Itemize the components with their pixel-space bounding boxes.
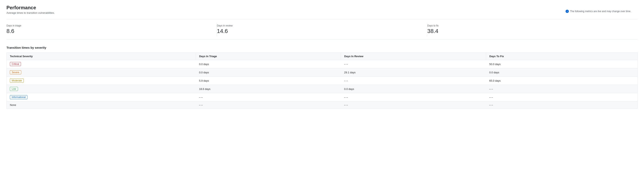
cell-severity-2: Moderate <box>7 77 196 85</box>
col-header-review: Days In Review <box>341 53 486 60</box>
cell-review-1: 29.1 days <box>341 68 486 77</box>
info-text: The following metrics are live and may c… <box>570 10 631 13</box>
severity-badge-1: Severe <box>10 70 21 74</box>
cell-severity-1: Severe <box>7 68 196 77</box>
table-row: Severe0.0 days29.1 days0.0 days <box>7 68 638 77</box>
table-row: None– –– –– – <box>7 101 638 109</box>
cell-triage-4: – – <box>196 93 341 101</box>
severity-badge-4: Informational <box>10 95 28 99</box>
cell-review-5: – – <box>341 101 486 109</box>
metric-item-0: Days in triage 8.6 <box>6 23 217 36</box>
metric-item-1: Days in review 14.6 <box>217 23 428 36</box>
cell-fix-0: 50.0 days <box>486 60 638 68</box>
metric-label-2: Days to fix <box>427 24 633 27</box>
cell-triage-2: 5.9 days <box>196 77 341 85</box>
cell-triage-1: 0.0 days <box>196 68 341 77</box>
cell-fix-3: – – <box>486 85 638 93</box>
table-row: Low18.6 days0.0 days– – <box>7 85 638 93</box>
cell-review-0: – – <box>341 60 486 68</box>
cell-fix-5: – – <box>486 101 638 109</box>
metric-label-0: Days in triage <box>6 24 212 27</box>
metrics-row: Days in triage 8.6 Days in review 14.6 D… <box>6 19 638 39</box>
table-row: Informational– –– –– – <box>7 93 638 101</box>
cell-triage-3: 18.6 days <box>196 85 341 93</box>
info-icon: i <box>566 10 569 13</box>
table-header: Technical Severity Days In Triage Days I… <box>7 53 638 60</box>
transition-table: Technical Severity Days In Triage Days I… <box>6 53 638 109</box>
info-banner: i The following metrics are live and may… <box>566 10 631 13</box>
cell-severity-0: Critical <box>7 60 196 68</box>
metric-value-1: 14.6 <box>217 28 422 34</box>
cell-fix-4: – – <box>486 93 638 101</box>
metric-item-2: Days to fix 38.4 <box>427 23 638 36</box>
cell-review-2: – – <box>341 77 486 85</box>
col-header-severity: Technical Severity <box>7 53 196 60</box>
cell-severity-5: None <box>7 101 196 109</box>
cell-triage-0: 0.0 days <box>196 60 341 68</box>
table-row: Moderate5.9 days– –65.0 days <box>7 77 638 85</box>
metric-value-0: 8.6 <box>6 28 212 34</box>
table-row: Critical0.0 days– –50.0 days <box>7 60 638 68</box>
col-header-fix: Days To Fix <box>486 53 638 60</box>
severity-badge-3: Low <box>10 87 18 91</box>
col-header-triage: Days In Triage <box>196 53 341 60</box>
cell-severity-4: Informational <box>7 93 196 101</box>
page-subtitle: Average times to transition vulnerabilit… <box>6 11 638 14</box>
severity-badge-0: Critical <box>10 62 21 66</box>
cell-severity-3: Low <box>7 85 196 93</box>
cell-fix-1: 0.0 days <box>486 68 638 77</box>
table-body: Critical0.0 days– –50.0 daysSevere0.0 da… <box>7 60 638 109</box>
cell-fix-2: 65.0 days <box>486 77 638 85</box>
metric-value-2: 38.4 <box>427 28 633 34</box>
cell-triage-5: – – <box>196 101 341 109</box>
page-title: Performance <box>6 5 638 11</box>
cell-review-3: 0.0 days <box>341 85 486 93</box>
metric-label-1: Days in review <box>217 24 422 27</box>
severity-badge-2: Moderate <box>10 79 24 83</box>
cell-review-4: – – <box>341 93 486 101</box>
section-title: Transition times by severity <box>6 46 638 49</box>
